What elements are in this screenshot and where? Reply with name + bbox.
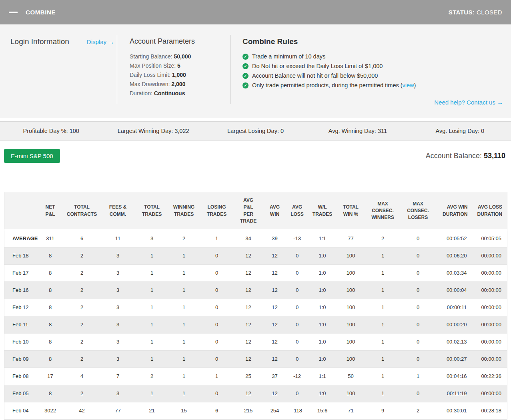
cell: 12 <box>264 264 286 281</box>
stat-label: Profitable Day %: <box>23 128 70 134</box>
status-badge: STATUS: CLOSED <box>449 9 502 16</box>
cell: 2 <box>64 281 100 299</box>
parameter-label: Max Position Size: <box>130 62 177 69</box>
parameter-label: Max Drawdown: <box>130 81 171 87</box>
cell: 12 <box>264 281 286 299</box>
cell: 1:1 <box>309 368 337 385</box>
cell: 12 <box>233 350 264 368</box>
cell: 0 <box>200 281 233 299</box>
cell: 3022 <box>36 402 64 419</box>
cell: 0 <box>200 350 233 368</box>
table-row: AVERAGE3116113213439-131:1772000:05:5200… <box>4 230 507 247</box>
cell: 0 <box>200 316 233 333</box>
cell: 1 <box>365 247 401 264</box>
cell: 0 <box>401 316 436 333</box>
display-link[interactable]: Display → <box>87 38 114 45</box>
cell: 39 <box>264 230 286 247</box>
account-parameter: Starting Balance: 50,000 <box>130 52 230 61</box>
cell: 00:00:00 <box>473 350 507 368</box>
cell: 1 <box>136 385 168 402</box>
rule-text: Trade a minimum of 10 days <box>252 52 325 61</box>
cell: 2 <box>168 230 200 247</box>
row-label: Feb 08 <box>4 368 36 385</box>
check-icon: ✓ <box>242 73 248 79</box>
cell: 2 <box>64 247 100 264</box>
cell: -118 <box>286 402 309 419</box>
cell: 77 <box>100 402 136 419</box>
cell: 1 <box>168 350 200 368</box>
table-row: Feb 17823110121201:01001000:03:3400:00:0… <box>4 264 507 281</box>
cell: 37 <box>264 368 286 385</box>
cell: 00:00:20 <box>436 316 473 333</box>
account-parameter: Max Drawdown: 2,000 <box>130 80 230 89</box>
column-header: TOTAL TRADES <box>136 192 168 230</box>
cell: 0 <box>401 247 436 264</box>
cell: 00:00:04 <box>436 281 473 299</box>
combine-rule: ✓Do Not hit or exceed the Daily Loss Lim… <box>242 61 503 71</box>
cell: 1 <box>365 350 401 368</box>
account-parameter: Max Position Size: 5 <box>130 61 230 70</box>
cell: 3 <box>100 316 136 333</box>
view-link[interactable]: view <box>403 82 414 88</box>
parameter-value: 50,000 <box>174 53 191 60</box>
status-label: STATUS: <box>449 9 475 16</box>
cell: 2 <box>401 402 436 419</box>
column-header: TOTAL CONTRACTS <box>64 192 100 230</box>
cell: 12 <box>264 385 286 402</box>
product-row: E-mini S&P 500 Account Balance: 53,110 <box>4 149 505 163</box>
column-header: MAX CONSEC. LOSERS <box>401 192 436 230</box>
cell: 1 <box>365 281 401 299</box>
cell: 1:0 <box>309 281 337 299</box>
login-information-title: Login Information <box>10 37 69 46</box>
cell: 0 <box>200 247 233 264</box>
contact-us-link[interactable]: Need help? Contact us → <box>434 99 503 106</box>
collapse-icon[interactable] <box>9 12 18 13</box>
check-icon: ✓ <box>242 63 248 69</box>
cell: 0 <box>286 299 309 316</box>
cell: 8 <box>36 247 64 264</box>
cell: 0 <box>401 333 436 350</box>
cell: 12 <box>264 247 286 264</box>
table-row: Feb 16823110121201:01001000:00:0400:00:0… <box>4 281 507 299</box>
cell: 3 <box>100 281 136 299</box>
cell: 100 <box>337 350 365 368</box>
stat-label: Avg. Winning Day: <box>329 128 378 134</box>
stat-label: Largest Winning Day: <box>118 128 175 134</box>
combine-rule: ✓Only trade permitted products, during t… <box>242 80 503 90</box>
cell: 12 <box>233 247 264 264</box>
cell: 0 <box>200 385 233 402</box>
cell: 15 <box>168 402 200 419</box>
table-row: Feb 09823110121201:01001000:00:2700:00:0… <box>4 350 507 368</box>
cell: 0 <box>401 264 436 281</box>
product-button[interactable]: E-mini S&P 500 <box>4 149 60 163</box>
cell: 12 <box>264 299 286 316</box>
cell: 00:00:00 <box>473 264 507 281</box>
cell: 8 <box>36 316 64 333</box>
cell: 1:0 <box>309 350 337 368</box>
cell: 00:02:13 <box>436 333 473 350</box>
row-label: Feb 17 <box>4 264 36 281</box>
row-label: Feb 09 <box>4 350 36 368</box>
cell: 1 <box>200 230 233 247</box>
cell: 8 <box>36 299 64 316</box>
cell: 1:0 <box>309 385 337 402</box>
column-header: FEES & COMM. <box>100 192 136 230</box>
cell: 1:0 <box>309 247 337 264</box>
account-balance: Account Balance: 53,110 <box>426 152 505 160</box>
cell: 1 <box>136 247 168 264</box>
cell: 0 <box>286 385 309 402</box>
cell: 00:22:36 <box>473 368 507 385</box>
stat-value: 3,022 <box>174 128 189 134</box>
row-label: Feb 18 <box>4 247 36 264</box>
stat-value: 311 <box>378 128 387 134</box>
table-body: AVERAGE3116113213439-131:1772000:05:5200… <box>4 230 507 419</box>
cell: 4 <box>64 368 100 385</box>
cell: 00:00:11 <box>436 299 473 316</box>
rule-text: Account Balance will not hit or fall bel… <box>252 71 378 80</box>
account-balance-value: 53,110 <box>484 152 505 160</box>
cell: 2 <box>64 316 100 333</box>
cell: 2 <box>64 333 100 350</box>
account-parameters-list: Starting Balance: 50,000Max Position Siz… <box>130 52 230 98</box>
cell: 15:6 <box>309 402 337 419</box>
column-header: AVG WIN <box>264 192 286 230</box>
